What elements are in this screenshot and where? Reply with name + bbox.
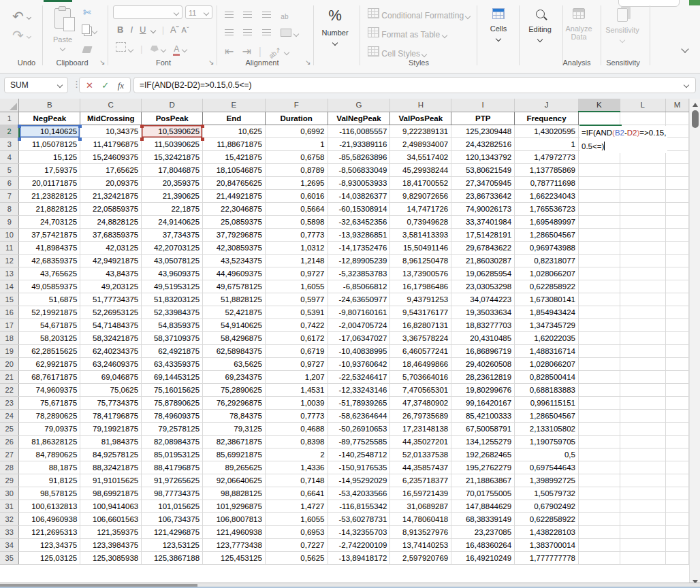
cell-I14[interactable]: 23,03053298 <box>451 280 515 293</box>
cell-J8[interactable]: 1,765536723 <box>515 202 579 215</box>
column-header-K[interactable]: K <box>578 99 620 112</box>
cell-F15[interactable]: 0,5977 <box>265 293 328 306</box>
cell-K16[interactable] <box>578 306 620 318</box>
cell-B17[interactable]: 54,671875 <box>19 318 80 331</box>
cell-L28[interactable] <box>620 461 666 474</box>
cell-H11[interactable]: 15,50491146 <box>390 241 451 254</box>
cell-B3[interactable]: 11,05078125 <box>19 137 80 150</box>
cell-D17[interactable]: 54,8359375 <box>142 318 203 331</box>
cell-H30[interactable]: 16,59721439 <box>390 487 451 500</box>
cell-C25[interactable]: 79,19921875 <box>80 422 142 435</box>
cell-I18[interactable]: 20,4310485 <box>451 331 515 344</box>
cell-L27[interactable] <box>620 448 666 461</box>
cell-G24[interactable]: -58,62364644 <box>328 409 390 422</box>
cell-M6[interactable] <box>666 176 689 189</box>
cell-C9[interactable]: 24,8828125 <box>80 215 142 228</box>
font-dialog-launcher[interactable]: ↘ <box>208 59 214 66</box>
row-header-6[interactable]: 6 <box>0 176 19 189</box>
align-right-icon[interactable] <box>262 29 271 37</box>
cell-L29[interactable] <box>620 474 666 487</box>
formula-input[interactable]: =IF(AND(B2-D2)=>0.15,0.5<=) <box>133 77 696 93</box>
cell-I7[interactable]: 23,86733642 <box>451 189 515 202</box>
align-center-icon[interactable] <box>243 29 252 37</box>
cell-L18[interactable] <box>620 331 666 344</box>
cell-K29[interactable] <box>578 474 620 487</box>
cell-H24[interactable]: 26,79735689 <box>390 409 451 422</box>
column-header-F[interactable]: F <box>265 99 328 112</box>
share-button-sliver[interactable] <box>689 0 700 5</box>
row-header-25[interactable]: 25 <box>0 422 19 435</box>
row-header-1[interactable]: 1 <box>0 112 19 125</box>
cell-H21[interactable]: 5,703664016 <box>390 370 451 383</box>
cell-C29[interactable]: 91,91015625 <box>80 474 142 487</box>
field-header-midcrossing[interactable]: MidCrossing <box>80 112 142 125</box>
cell-L30[interactable] <box>620 487 666 500</box>
cell-K26[interactable] <box>578 435 620 448</box>
cell-J18[interactable]: 1,62022035 <box>515 331 579 344</box>
cell-E7[interactable]: 21,44921875 <box>203 189 266 202</box>
row-header-34[interactable]: 34 <box>0 538 19 551</box>
cell-I21[interactable]: 28,23612819 <box>451 370 515 383</box>
field-header-pospeak[interactable]: PosPeak <box>142 112 203 125</box>
cell-L6[interactable] <box>620 176 666 189</box>
cell-C20[interactable]: 63,24609375 <box>80 357 142 370</box>
cell-F19[interactable]: 0,6719 <box>265 344 328 357</box>
cell-H31[interactable]: 31,0689287 <box>390 500 451 512</box>
cell-C23[interactable]: 75,7734375 <box>80 396 142 409</box>
cell-M33[interactable] <box>666 525 689 538</box>
cell-G29[interactable]: -14,95292029 <box>328 474 390 487</box>
cell-E25[interactable]: 79,3125 <box>203 422 266 435</box>
row-header-35[interactable]: 35 <box>0 551 19 564</box>
cell-B19[interactable]: 62,28515625 <box>19 344 80 357</box>
ref-b2-handle-tl[interactable] <box>18 125 21 128</box>
cell-D12[interactable]: 43,05078125 <box>142 254 203 267</box>
cell-G16[interactable]: -9,807160161 <box>328 306 390 318</box>
field-header-ptp[interactable]: PTP <box>451 112 515 125</box>
row-header-28[interactable]: 28 <box>0 461 19 474</box>
row-header-11[interactable]: 11 <box>0 241 19 254</box>
cell-H27[interactable]: 52,01337538 <box>390 448 451 461</box>
cell-D13[interactable]: 43,9609375 <box>142 267 203 280</box>
cell-G7[interactable]: -14,03826377 <box>328 189 390 202</box>
cell-L13[interactable] <box>620 267 666 280</box>
cell-H5[interactable]: 45,29938244 <box>390 163 451 176</box>
row-header-29[interactable]: 29 <box>0 474 19 487</box>
cell-K18[interactable] <box>578 331 620 344</box>
cell-G23[interactable]: -51,78939265 <box>328 396 390 409</box>
cell-L19[interactable] <box>620 344 666 357</box>
cell-G15[interactable]: -24,63650977 <box>328 293 390 306</box>
cell-H19[interactable]: 6,460577241 <box>390 344 451 357</box>
alignment-dialog-launcher[interactable]: ↘ <box>305 59 311 66</box>
cell-B18[interactable]: 58,203125 <box>19 331 80 344</box>
cell-K25[interactable] <box>578 422 620 435</box>
cell-H20[interactable]: 18,46499866 <box>390 357 451 370</box>
cell-E17[interactable]: 54,9140625 <box>203 318 266 331</box>
cell-L34[interactable] <box>620 538 666 551</box>
cell-G13[interactable]: -5,323853783 <box>328 267 390 280</box>
cell-I10[interactable]: 17,51428191 <box>451 228 515 241</box>
cell-G8[interactable]: -60,15308914 <box>328 202 390 215</box>
row-header-31[interactable]: 31 <box>0 500 19 512</box>
cell-L21[interactable] <box>620 370 666 383</box>
cell-H33[interactable]: 8,913527976 <box>390 525 451 538</box>
cell-H10[interactable]: 3,581413393 <box>390 228 451 241</box>
cell-J29[interactable]: 1,398992725 <box>515 474 579 487</box>
cell-K7[interactable] <box>578 189 620 202</box>
underline-chevron-icon[interactable] <box>150 27 156 33</box>
cell-H15[interactable]: 9,43791253 <box>390 293 451 306</box>
cell-I19[interactable]: 16,86896719 <box>451 344 515 357</box>
cell-edit-overlay[interactable]: =IF(AND(B2-D2)=>0.15, 0.5<=) <box>580 126 667 153</box>
borders-icon[interactable] <box>116 42 126 52</box>
cell-D31[interactable]: 101,015625 <box>142 500 203 512</box>
cell-K9[interactable] <box>578 215 620 228</box>
cell-I24[interactable]: 85,42100333 <box>451 409 515 422</box>
cell-F27[interactable]: 2 <box>265 448 328 461</box>
ref-d2-handle-tr[interactable] <box>201 125 204 128</box>
cell-B31[interactable]: 100,6132813 <box>19 500 80 512</box>
cell-K17[interactable] <box>578 318 620 331</box>
cell-K28[interactable] <box>578 461 620 474</box>
cell-F7[interactable]: 0,6016 <box>265 189 328 202</box>
cell-G4[interactable]: -85,58263896 <box>328 150 390 163</box>
cell-G30[interactable]: -53,42033566 <box>328 487 390 500</box>
row-header-26[interactable]: 26 <box>0 435 19 448</box>
